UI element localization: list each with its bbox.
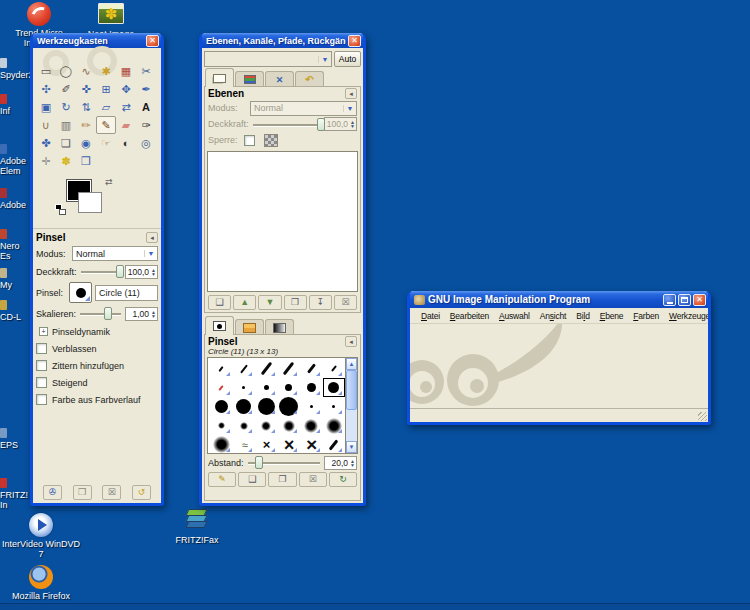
menu-farben[interactable]: Farben xyxy=(628,311,664,321)
brush-cell-slash[interactable] xyxy=(210,359,233,378)
maximize-button[interactable] xyxy=(678,294,691,306)
resize-grip-icon[interactable] xyxy=(698,412,707,421)
brush-cell-dot[interactable] xyxy=(323,397,346,416)
brush-cell-fuzzy[interactable] xyxy=(300,416,323,435)
brush-cell-dot[interactable] xyxy=(300,397,323,416)
anchor-layer-button[interactable]: ↧ xyxy=(309,295,332,310)
brush-cell-fuzzy[interactable] xyxy=(233,416,256,435)
menu-ebene[interactable]: Ebene xyxy=(595,311,629,321)
background-color-swatch[interactable] xyxy=(78,192,102,213)
save-options-button[interactable]: ✇ xyxy=(43,485,62,500)
opacity-spinner[interactable]: 100,0 ▲▼ xyxy=(125,265,158,279)
spacing-spinner[interactable]: 20,0 ▲▼ xyxy=(324,456,357,470)
brush-cell-x[interactable]: × xyxy=(300,435,323,454)
tool-zoom[interactable]: ◎ xyxy=(136,134,156,152)
tool-flip[interactable]: ⇄ xyxy=(116,98,136,116)
brush-cell-dot[interactable] xyxy=(278,378,301,397)
new-layer-button[interactable]: ❑ xyxy=(208,295,231,310)
raise-layer-button[interactable]: ▲ xyxy=(233,295,256,310)
layers-opacity-spinner[interactable]: 100,0 ▲▼ xyxy=(324,117,357,131)
default-colors-icon[interactable] xyxy=(55,204,67,216)
tab-paths[interactable]: ✕ xyxy=(265,71,294,87)
tab-patterns[interactable] xyxy=(235,319,264,335)
checkbox-3[interactable] xyxy=(36,394,47,405)
tab-brushes[interactable] xyxy=(205,316,234,335)
auto-button[interactable]: Auto xyxy=(334,51,361,67)
tool-rect-select[interactable]: ▭ xyxy=(36,62,56,80)
dock-titlebar[interactable]: Ebenen, Kanäle, Pfade, Rückgängig - Pin.… xyxy=(202,33,363,48)
edge-icon-cd-label[interactable]: CD-L xyxy=(0,300,30,322)
scale-slider-handle[interactable] xyxy=(104,307,112,320)
brush-cell-slash[interactable] xyxy=(255,359,278,378)
brush-cell-dot[interactable] xyxy=(210,397,233,416)
lock-alpha-icon[interactable] xyxy=(264,134,278,147)
spinner-arrows-icon[interactable]: ▲▼ xyxy=(350,120,355,128)
brush-cell-dot[interactable] xyxy=(255,378,278,397)
tab-channels[interactable] xyxy=(235,71,264,87)
tool-bucket-fill[interactable]: ∪ xyxy=(36,116,56,134)
brush-cell-dot[interactable] xyxy=(255,397,278,416)
tool-rotate[interactable]: ↻ xyxy=(56,98,76,116)
delete-options-button[interactable]: ☒ xyxy=(102,485,121,500)
tool-options-menu-button[interactable]: ◂ xyxy=(146,232,158,243)
tool-dodge-burn[interactable]: ◐ xyxy=(116,134,136,152)
brush-cell-vine[interactable]: ≈ xyxy=(233,435,256,454)
checkbox-0[interactable] xyxy=(36,343,47,354)
tool-gradient[interactable]: ▥ xyxy=(56,116,76,134)
refresh-brushes-button[interactable]: ↻ xyxy=(329,472,357,487)
menu-ansicht[interactable]: Ansicht xyxy=(535,311,572,321)
opacity-slider-handle[interactable] xyxy=(116,265,124,278)
layers-opacity-slider[interactable] xyxy=(253,118,320,131)
brush-preview-button[interactable] xyxy=(69,282,92,303)
scroll-up-icon[interactable]: ▲ xyxy=(346,358,357,370)
spinner-arrows-icon[interactable]: ▲▼ xyxy=(151,310,156,318)
spinner-arrows-icon[interactable]: ▲▼ xyxy=(350,459,355,467)
brush-cell-slash[interactable] xyxy=(278,359,301,378)
desktop-icon-mozilla-firefox[interactable]: Mozilla Firefox xyxy=(2,565,80,601)
layers-mode-combobox[interactable]: Normal ▼ xyxy=(250,101,357,116)
desktop-icon-fritz-fax[interactable]: FRITZ!Fax xyxy=(158,509,236,545)
tool-select-by-color[interactable]: ▦ xyxy=(116,62,136,80)
tool-color-picker[interactable]: ✐ xyxy=(56,80,76,98)
brush-cell-fuzzy[interactable] xyxy=(210,435,233,454)
desktop[interactable]: Trend Micro InternetSNeat ImageInterVide… xyxy=(0,0,750,610)
dock-close-button[interactable]: ✕ xyxy=(348,35,361,47)
tool-blur-sharpen[interactable]: ◉ xyxy=(76,134,96,152)
lower-layer-button[interactable]: ▼ xyxy=(258,295,281,310)
tool-perspective-clone[interactable]: ❒ xyxy=(76,152,96,170)
lock-checkbox[interactable] xyxy=(244,135,255,146)
tool-heal[interactable]: ✽ xyxy=(56,152,76,170)
tool-airbrush[interactable]: ✤ xyxy=(36,134,56,152)
new-brush-button[interactable]: ❑ xyxy=(238,472,266,487)
expander-icon[interactable]: + xyxy=(39,327,48,336)
brush-cell-red[interactable] xyxy=(210,378,233,397)
edge-icon-fritz[interactable]: FRITZ!In xyxy=(0,478,30,510)
brush-cell-dot[interactable] xyxy=(233,378,256,397)
edge-icon-eps[interactable]: EPS xyxy=(0,428,30,450)
delete-layer-button[interactable]: ☒ xyxy=(334,295,357,310)
tool-foreground-select[interactable]: ✣ xyxy=(36,80,56,98)
layers-list[interactable] xyxy=(207,151,358,292)
layers-opacity-handle[interactable] xyxy=(317,118,325,131)
brush-cell-x[interactable]: × xyxy=(278,435,301,454)
tool-eraser[interactable]: ▰ xyxy=(116,116,136,134)
reset-options-button[interactable]: ↺ xyxy=(132,485,151,500)
tool-free-select[interactable]: ∿ xyxy=(76,62,96,80)
brush-cell-slash[interactable] xyxy=(323,435,346,454)
image-selector-combobox[interactable]: ▼ xyxy=(204,51,332,67)
tool-shear[interactable]: ▱ xyxy=(96,98,116,116)
edge-icon-nero-essentials[interactable]: NeroEs xyxy=(0,229,30,261)
brush-cell-slash[interactable] xyxy=(323,359,346,378)
brushes-panel-menu-button[interactable]: ◂ xyxy=(345,336,357,347)
brush-cell-dot[interactable] xyxy=(278,397,301,416)
edge-icon-spyder2[interactable]: Spyder2 xyxy=(0,58,30,80)
edge-icon-my[interactable]: My xyxy=(0,268,30,290)
opacity-slider[interactable] xyxy=(81,265,121,278)
minimize-button[interactable] xyxy=(663,294,676,306)
checkbox-1[interactable] xyxy=(36,360,47,371)
delete-brush-button[interactable]: ☒ xyxy=(299,472,327,487)
swap-colors-icon[interactable]: ⇄ xyxy=(105,177,113,187)
brush-cell-dot[interactable] xyxy=(300,378,323,397)
tool-fuzzy-select[interactable]: ✱ xyxy=(96,62,116,80)
menu-auswahl[interactable]: Auswahl xyxy=(494,311,535,321)
